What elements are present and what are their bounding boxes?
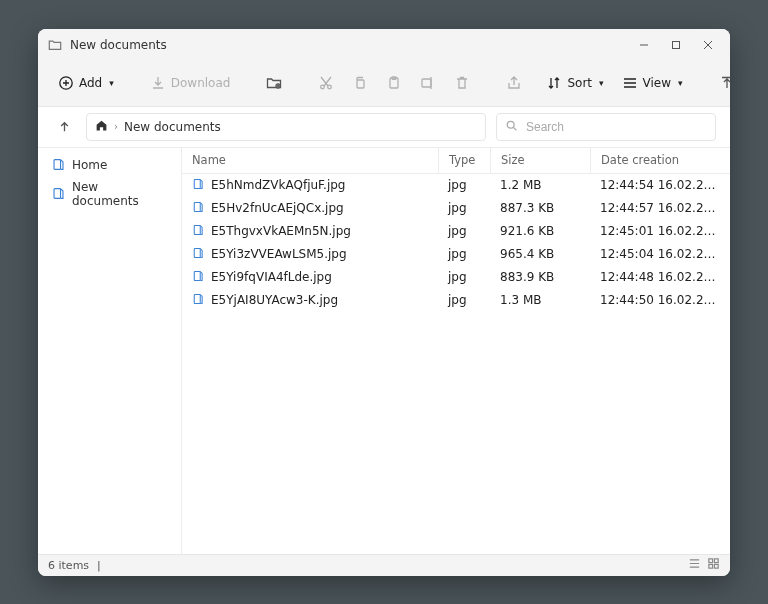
breadcrumb[interactable]: › New documents [86, 113, 486, 141]
body: Home New documents Name Type Size Date c… [38, 147, 730, 554]
file-name: E5YjAI8UYAcw3-K.jpg [211, 293, 338, 307]
cell-size: 1.2 MB [490, 178, 590, 192]
upload-button[interactable] [713, 69, 730, 97]
sort-button[interactable]: Sort ▾ [540, 69, 609, 97]
cell-name: E5hNmdZVkAQfjuF.jpg [182, 178, 438, 193]
search-input[interactable] [526, 120, 707, 134]
cell-name: E5Yi3zVVEAwLSM5.jpg [182, 247, 438, 262]
nav-up-button[interactable] [52, 115, 76, 139]
cell-date: 12:45:04 16.02.2022 [590, 247, 730, 261]
share-button[interactable] [500, 69, 528, 97]
add-button[interactable]: Add ▾ [52, 69, 120, 97]
table-row[interactable]: E5hNmdZVkAQfjuF.jpgjpg1.2 MB12:44:54 16.… [182, 174, 730, 197]
view-button[interactable]: View ▾ [616, 69, 689, 97]
table-row[interactable]: E5Hv2fnUcAEjQCx.jpgjpg887.3 KB12:44:57 1… [182, 197, 730, 220]
chevron-down-icon: ▾ [678, 78, 683, 88]
svg-rect-34 [714, 564, 718, 568]
cell-type: jpg [438, 178, 490, 192]
cell-type: jpg [438, 270, 490, 284]
cell-type: jpg [438, 247, 490, 261]
cell-name: E5ThgvxVkAEMn5N.jpg [182, 224, 438, 239]
download-label: Download [171, 76, 231, 90]
app-window: New documents Add ▾ Download [38, 29, 730, 576]
titlebar: New documents [38, 29, 730, 61]
minimize-button[interactable] [628, 29, 660, 61]
paste-button[interactable] [380, 69, 408, 97]
svg-rect-10 [357, 80, 364, 88]
window-title: New documents [70, 38, 628, 52]
svg-rect-13 [422, 79, 431, 87]
cell-size: 921.6 KB [490, 224, 590, 238]
status-bar: 6 items | [38, 554, 730, 576]
svg-rect-23 [194, 202, 200, 211]
file-name: E5Hv2fnUcAEjQCx.jpg [211, 201, 344, 215]
table-row[interactable]: E5Yi3zVVEAwLSM5.jpgjpg965.4 KB12:45:04 1… [182, 243, 730, 266]
table-row[interactable]: E5YjAI8UYAcw3-K.jpgjpg1.3 MB12:44:50 16.… [182, 289, 730, 312]
home-icon[interactable] [95, 119, 108, 135]
new-folder-button[interactable] [260, 69, 288, 97]
chevron-down-icon: ▾ [109, 78, 114, 88]
cell-type: jpg [438, 293, 490, 307]
sort-label: Sort [567, 76, 592, 90]
navigation-row: › New documents [38, 107, 730, 147]
table-row[interactable]: E5ThgvxVkAEMn5N.jpgjpg921.6 KB12:45:01 1… [182, 220, 730, 243]
chevron-down-icon: ▾ [599, 78, 604, 88]
cell-size: 965.4 KB [490, 247, 590, 261]
svg-rect-26 [194, 271, 200, 280]
svg-rect-32 [714, 559, 718, 563]
cell-name: E5YjAI8UYAcw3-K.jpg [182, 293, 438, 308]
download-button[interactable]: Download [144, 69, 237, 97]
add-label: Add [79, 76, 102, 90]
view-toggle[interactable] [688, 557, 720, 573]
grid-view-icon[interactable] [707, 557, 720, 573]
svg-rect-22 [194, 179, 200, 188]
cut-button[interactable] [312, 69, 340, 97]
column-name[interactable]: Name [182, 148, 438, 173]
status-separator: | [97, 559, 101, 572]
svg-rect-25 [194, 248, 200, 257]
file-icon [192, 224, 204, 239]
table-header: Name Type Size Date creation [182, 148, 730, 174]
cell-type: jpg [438, 224, 490, 238]
file-table: Name Type Size Date creation E5hNmdZVkAQ… [182, 148, 730, 554]
rename-button[interactable] [414, 69, 442, 97]
search-box[interactable] [496, 113, 716, 141]
maximize-button[interactable] [660, 29, 692, 61]
sidebar-item-new-documents[interactable]: New documents [42, 176, 177, 212]
file-icon [192, 178, 204, 193]
delete-button[interactable] [448, 69, 476, 97]
table-row[interactable]: E5Yi9fqVIA4fLde.jpgjpg883.9 KB12:44:48 1… [182, 266, 730, 289]
svg-rect-21 [54, 189, 61, 199]
cell-name: E5Hv2fnUcAEjQCx.jpg [182, 201, 438, 216]
cell-size: 887.3 KB [490, 201, 590, 215]
sidebar-item-home[interactable]: Home [42, 154, 177, 176]
file-name: E5ThgvxVkAEMn5N.jpg [211, 224, 351, 238]
breadcrumb-current[interactable]: New documents [124, 120, 221, 134]
copy-button[interactable] [346, 69, 374, 97]
toolbar: Add ▾ Download [38, 61, 730, 107]
cell-date: 12:45:01 16.02.2022 [590, 224, 730, 238]
sidebar-item-label: Home [72, 158, 107, 172]
svg-rect-27 [194, 294, 200, 303]
cell-size: 883.9 KB [490, 270, 590, 284]
column-size[interactable]: Size [490, 148, 590, 173]
view-label: View [643, 76, 671, 90]
column-date[interactable]: Date creation [590, 148, 730, 173]
file-icon [192, 201, 204, 216]
file-icon [192, 270, 204, 285]
app-folder-icon [48, 38, 62, 52]
svg-rect-24 [194, 225, 200, 234]
column-type[interactable]: Type [438, 148, 490, 173]
file-icon [192, 293, 204, 308]
close-button[interactable] [692, 29, 724, 61]
chevron-right-icon: › [114, 121, 118, 132]
svg-point-18 [507, 121, 514, 128]
search-icon [505, 119, 518, 135]
svg-rect-20 [54, 160, 61, 170]
cell-date: 12:44:54 16.02.2022 [590, 178, 730, 192]
list-view-icon[interactable] [688, 557, 701, 573]
cell-date: 12:44:57 16.02.2022 [590, 201, 730, 215]
svg-rect-33 [709, 564, 713, 568]
cell-size: 1.3 MB [490, 293, 590, 307]
cell-name: E5Yi9fqVIA4fLde.jpg [182, 270, 438, 285]
